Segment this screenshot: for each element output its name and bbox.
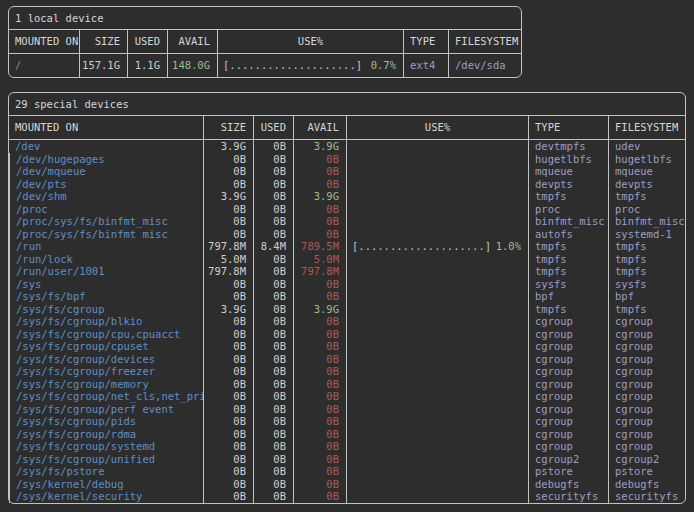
- avail-value: 0B: [293, 290, 346, 303]
- header-col-filesystem: FILESYSTEM: [448, 30, 521, 53]
- fs-type: cgroup: [528, 390, 608, 403]
- filesystem-device: cgroup: [608, 403, 685, 416]
- header-col-avail: AVAIL: [293, 116, 346, 139]
- mount-point: /proc: [9, 203, 203, 216]
- avail-value: 0B: [293, 228, 346, 241]
- special-devices-title: 29 special devices: [9, 93, 685, 116]
- local-devices-table: 1 local device MOUNTED ONSIZEUSEDAVAILUS…: [8, 6, 522, 78]
- used-value: 0B: [253, 453, 293, 466]
- size-value: 3.9G: [203, 303, 253, 316]
- filesystem-device: tmpfs: [608, 265, 685, 278]
- used-value: 0B: [253, 278, 293, 291]
- filesystem-device: udev: [608, 140, 685, 153]
- size-value: 0B: [203, 403, 253, 416]
- avail-value: 0B: [293, 453, 346, 466]
- filesystem-device: cgroup: [608, 378, 685, 391]
- avail-value: 0B: [293, 478, 346, 491]
- mount-point: /sys/fs/cgroup/systemd: [9, 440, 203, 453]
- filesystem-device: tmpfs: [608, 190, 685, 203]
- avail-value: 0B: [293, 378, 346, 391]
- fs-type: ext4: [403, 54, 448, 77]
- avail-value: 3.9G: [293, 303, 346, 316]
- fs-type: cgroup: [528, 378, 608, 391]
- avail-value: 5.0M: [293, 253, 346, 266]
- fs-type: debugfs: [528, 478, 608, 491]
- mount-point: /sys/fs/cgroup/cpuset: [9, 340, 203, 353]
- used-value: 0B: [253, 340, 293, 353]
- filesystem-device: cgroup: [608, 328, 685, 341]
- header-col-type: TYPE: [403, 30, 448, 53]
- use-percent-cell: [346, 415, 528, 428]
- mount-point: /sys/kernel/debug: [9, 478, 203, 491]
- use-percent-cell: [346, 190, 528, 203]
- used-value: 0B: [253, 215, 293, 228]
- used-value: 0B: [253, 165, 293, 178]
- local-devices-title: 1 local device: [9, 7, 521, 30]
- avail-value: 0B: [293, 428, 346, 441]
- size-value: 0B: [203, 153, 253, 166]
- use-percent-cell: [346, 203, 528, 216]
- used-value: 0B: [253, 153, 293, 166]
- used-value: 0B: [253, 390, 293, 403]
- use-percent-cell: [346, 153, 528, 166]
- avail-value: 148.0G: [167, 54, 217, 77]
- filesystem-device: hugetlbfs: [608, 153, 685, 166]
- used-value: 0B: [253, 203, 293, 216]
- filesystem-device: binfmt_misc: [608, 215, 685, 228]
- special-devices-header: MOUNTED ONSIZEUSEDAVAILUSE%TYPEFILESYSTE…: [9, 116, 685, 140]
- size-value: 3.9G: [203, 190, 253, 203]
- filesystem-device: cgroup2: [608, 453, 685, 466]
- filesystem-device: cgroup: [608, 365, 685, 378]
- mount-point: /sys/fs/cgroup/freezer: [9, 365, 203, 378]
- fs-type: securityfs: [528, 490, 608, 503]
- avail-value: 789.5M: [293, 240, 346, 253]
- use-percent-cell: [346, 440, 528, 453]
- size-value: 0B: [203, 365, 253, 378]
- used-value: 0B: [253, 490, 293, 503]
- avail-value: 0B: [293, 203, 346, 216]
- fs-type: cgroup: [528, 428, 608, 441]
- mount-point: /sys/kernel/security: [9, 490, 203, 503]
- avail-value: 0B: [293, 490, 346, 503]
- size-value: 157.1G: [79, 54, 127, 77]
- size-value: 0B: [203, 178, 253, 191]
- use-percent-cell: [346, 340, 528, 353]
- fs-type: cgroup: [528, 353, 608, 366]
- filesystem-device: bpf: [608, 290, 685, 303]
- header-col-size: SIZE: [79, 30, 127, 53]
- size-value: 0B: [203, 428, 253, 441]
- size-value: 0B: [203, 490, 253, 503]
- mount-point: /run/lock: [9, 253, 203, 266]
- mount-point: /sys/fs/cgroup/devices: [9, 353, 203, 366]
- use-percent-cell: [346, 303, 528, 316]
- fs-type: cgroup2: [528, 453, 608, 466]
- header-col-filesystem: FILESYSTEM: [608, 116, 685, 139]
- fs-type: bpf: [528, 290, 608, 303]
- avail-value: 0B: [293, 153, 346, 166]
- filesystem-device: cgroup: [608, 353, 685, 366]
- use-percent-cell: [346, 453, 528, 466]
- usage-bar: [....................]: [352, 240, 491, 253]
- fs-type: cgroup: [528, 415, 608, 428]
- avail-value: 0B: [293, 415, 346, 428]
- use-percent-cell: [346, 315, 528, 328]
- size-value: 5.0M: [203, 253, 253, 266]
- mount-point: /dev/shm: [9, 190, 203, 203]
- use-percent-cell: [346, 378, 528, 391]
- filesystem-device: sysfs: [608, 278, 685, 291]
- filesystem-device: /dev/sda: [448, 54, 521, 77]
- use-percent-cell: [346, 165, 528, 178]
- avail-value: 0B: [293, 340, 346, 353]
- use-percent-cell: [346, 290, 528, 303]
- use-percent-cell: [346, 428, 528, 441]
- mount-point: /dev/pts: [9, 178, 203, 191]
- filesystem-device: cgroup: [608, 428, 685, 441]
- usage-percent: 0.7%: [371, 54, 396, 77]
- avail-value: 0B: [293, 315, 346, 328]
- avail-value: 0B: [293, 215, 346, 228]
- mount-point: /sys/fs/cgroup/blkio: [9, 315, 203, 328]
- special-devices-table: 29 special devices MOUNTED ONSIZEUSEDAVA…: [8, 92, 686, 504]
- filesystem-device: cgroup: [608, 340, 685, 353]
- mount-point: /sys/fs/cgroup/rdma: [9, 428, 203, 441]
- fs-type: sysfs: [528, 278, 608, 291]
